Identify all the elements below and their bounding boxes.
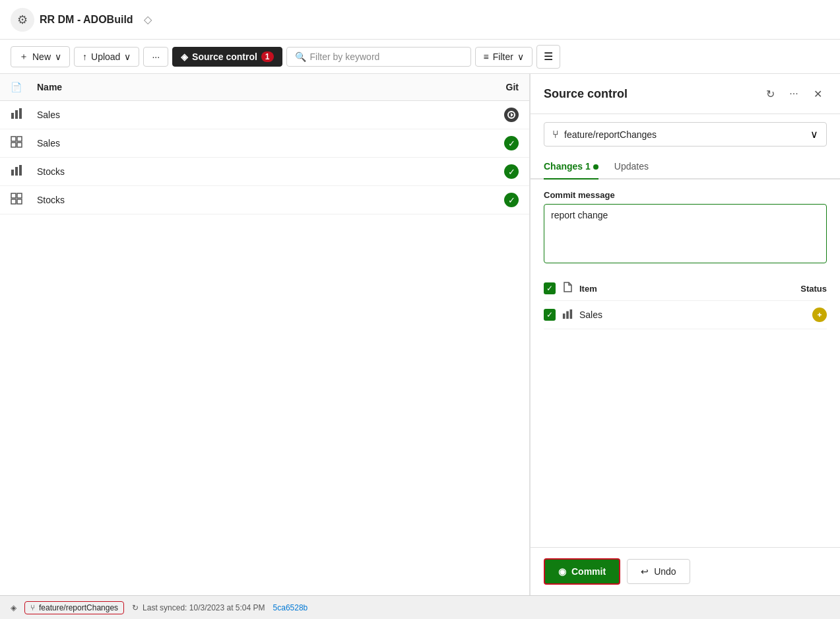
svg-rect-6 [17,143,22,147]
diamond-icon: ◇ [144,13,152,26]
tab-changes[interactable]: Changes 1 [544,154,598,179]
commit-icon: ◉ [558,566,566,577]
changes-list: ✓ Item Status ✓ Sales [544,277,827,329]
status-badge-green: ✓ [504,193,519,207]
status-column-header: Status [787,284,827,294]
source-control-header: Source control ↻ ··· ✕ [531,74,840,114]
file-name: Sales [37,138,466,148]
status-badge-green: ✓ [504,164,519,179]
app-header: ⚙ RR DM - ADOBuild ◇ [0,0,840,40]
file-list-header: 📄 Name Git [0,74,529,101]
source-control-footer: ◉ Commit ↩ Undo [531,547,840,595]
refresh-icon: ↻ [766,88,775,100]
more-button[interactable]: ··· [143,47,168,67]
file-name: Stocks [37,195,466,205]
header-icon-col: 📄 [11,82,37,92]
source-control-badge: 1 [261,51,274,62]
commit-message-input[interactable]: report change [544,204,827,263]
svg-rect-14 [563,313,565,319]
file-name: Sales [37,110,466,120]
file-status: ✓ [466,193,519,207]
source-control-actions: ↻ ··· ✕ [761,84,827,103]
source-control-title: Source control [544,87,761,101]
sync-status: ↻ Last synced: 10/3/2023 at 5:04 PM [132,603,265,612]
tab-updates[interactable]: Updates [614,154,649,179]
change-name: Sales [579,310,806,320]
svg-rect-16 [570,309,573,318]
svg-rect-3 [11,137,16,141]
tab-dot [593,164,598,170]
chevron-icon: ∨ [124,51,131,62]
upload-button[interactable]: ↑ Upload ∨ [74,47,139,67]
app-title: RR DM - ADOBuild [40,14,133,26]
commit-button[interactable]: ◉ Commit [544,558,620,585]
search-icon: 🔍 [295,51,306,62]
svg-rect-0 [11,113,14,119]
undo-button[interactable]: ↩ Undo [627,559,690,584]
table-row[interactable]: Sales ✓ [0,129,529,158]
commit-message-label: Commit message [544,190,827,200]
table-row[interactable]: Stocks ✓ [0,186,529,214]
close-icon: ✕ [814,88,822,100]
svg-rect-4 [17,137,22,141]
branch-selector[interactable]: ⑂ feature/reportChanges ∨ [544,122,827,147]
filter-icon: ≡ [484,51,489,62]
branch-status[interactable]: ⑂ feature/reportChanges [24,601,124,614]
new-button[interactable]: ＋ New ∨ [11,46,70,67]
more-options-button[interactable]: ··· [785,84,803,103]
grid-icon [11,193,37,207]
chevron-icon: ∨ [517,51,524,62]
sync-icon: ↻ [132,603,139,612]
refresh-button[interactable]: ↻ [761,84,779,103]
branch-icon: ⑂ [30,603,35,612]
more-icon: ··· [789,88,798,100]
file-status [466,108,519,122]
status-badge-green: ✓ [504,136,519,150]
search-bar[interactable]: 🔍 Filter by keyword [286,47,471,67]
upload-icon: ↑ [82,51,87,62]
file-icon-header: 📄 [11,82,22,92]
chevron-icon: ∨ [55,51,61,62]
item-column-header: Item [579,284,781,294]
change-row[interactable]: ✓ Sales [544,301,827,329]
svg-rect-13 [17,199,22,204]
app-icon: ⚙ [11,8,34,32]
sync-text: Last synced: 10/3/2023 at 5:04 PM [143,603,265,612]
branch-icon: ⑂ [552,129,559,141]
svg-rect-10 [11,193,16,198]
filter-button[interactable]: ≡ Filter ∨ [475,47,533,67]
main-content: 📄 Name Git Sales Sales ✓ [0,74,840,595]
table-row[interactable]: Stocks ✓ [0,158,529,186]
svg-rect-9 [19,165,22,176]
select-all-checkbox[interactable]: ✓ [544,282,556,294]
file-list: 📄 Name Git Sales Sales ✓ [0,74,530,595]
table-row[interactable]: Sales [0,101,529,129]
undo-icon: ↩ [641,566,649,577]
header-git-col: Git [466,82,519,92]
chevron-down-icon: ∨ [810,128,818,141]
branch-name: feature/reportChanges [564,129,805,140]
plus-icon: ＋ [19,51,28,63]
source-control-body: Commit message report change ✓ Item Stat… [531,179,840,547]
source-control-panel: Source control ↻ ··· ✕ ⑂ feature/reportC… [530,74,840,595]
file-name: Stocks [37,166,466,177]
toolbar: ＋ New ∨ ↑ Upload ∨ ··· ◈ Source control … [0,40,840,74]
file-icon-col [562,282,573,295]
change-status-badge [812,308,827,322]
tab-bar: Changes 1 Updates [531,154,840,179]
commit-hash: 5ca6528b [273,603,308,612]
svg-rect-2 [19,108,22,119]
change-checkbox[interactable]: ✓ [544,309,556,321]
branch-name: feature/reportChanges [39,603,118,612]
svg-rect-1 [15,110,18,119]
svg-rect-15 [566,311,569,319]
bar-chart-icon [11,164,37,179]
status-bar: ◈ ⑂ feature/reportChanges ↻ Last synced:… [0,595,840,619]
changes-list-header: ✓ Item Status [544,277,827,301]
bar-chart-icon [562,309,573,321]
source-control-button[interactable]: ◈ Source control 1 [172,47,282,67]
columns-button[interactable]: ☰ [536,45,560,69]
header-name-col: Name [37,82,466,92]
close-button[interactable]: ✕ [808,84,827,103]
source-control-footer-icon: ◈ [11,603,16,612]
